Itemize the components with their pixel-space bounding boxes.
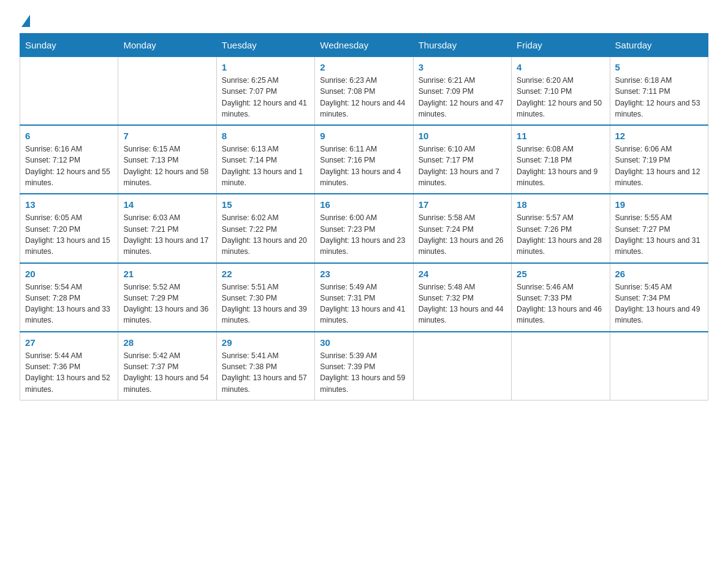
weekday-header-tuesday: Tuesday: [216, 34, 314, 57]
day-number: 5: [615, 62, 703, 72]
weekday-header-monday: Monday: [118, 34, 216, 57]
calendar-cell: 14Sunrise: 6:03 AMSunset: 7:21 PMDayligh…: [118, 194, 216, 262]
day-number: 29: [222, 337, 309, 348]
day-info: Sunrise: 5:51 AMSunset: 7:30 PMDaylight:…: [222, 282, 309, 326]
calendar-cell: 15Sunrise: 6:02 AMSunset: 7:22 PMDayligh…: [216, 194, 314, 262]
day-info: Sunrise: 6:05 AMSunset: 7:20 PMDaylight:…: [25, 212, 113, 257]
calendar-cell: 3Sunrise: 6:21 AMSunset: 7:09 PMDaylight…: [413, 57, 511, 126]
weekday-header-sunday: Sunday: [20, 34, 118, 57]
day-number: 26: [615, 269, 703, 279]
calendar-cell: 12Sunrise: 6:06 AMSunset: 7:19 PMDayligh…: [610, 125, 708, 194]
day-number: 23: [320, 269, 408, 279]
day-number: 8: [222, 131, 309, 141]
calendar-cell: [413, 332, 511, 400]
day-number: 10: [419, 131, 506, 141]
weekday-header-friday: Friday: [512, 34, 610, 57]
calendar-cell: 16Sunrise: 6:00 AMSunset: 7:23 PMDayligh…: [315, 194, 413, 262]
day-info: Sunrise: 6:20 AMSunset: 7:10 PMDaylight:…: [517, 75, 604, 120]
day-info: Sunrise: 5:57 AMSunset: 7:26 PMDaylight:…: [517, 212, 604, 257]
day-number: 16: [320, 199, 408, 210]
day-number: 28: [123, 337, 211, 348]
calendar-week-row: 20Sunrise: 5:54 AMSunset: 7:28 PMDayligh…: [20, 263, 708, 332]
weekday-header-row: SundayMondayTuesdayWednesdayThursdayFrid…: [20, 34, 708, 57]
calendar-cell: 8Sunrise: 6:13 AMSunset: 7:14 PMDaylight…: [216, 125, 314, 194]
day-info: Sunrise: 5:54 AMSunset: 7:28 PMDaylight:…: [25, 282, 113, 326]
calendar-cell: 10Sunrise: 6:10 AMSunset: 7:17 PMDayligh…: [413, 125, 511, 194]
calendar-cell: 30Sunrise: 5:39 AMSunset: 7:39 PMDayligh…: [315, 332, 413, 400]
day-info: Sunrise: 6:10 AMSunset: 7:17 PMDaylight:…: [419, 144, 506, 188]
day-number: 18: [517, 199, 604, 210]
day-number: 12: [615, 131, 703, 141]
day-number: 27: [25, 337, 113, 348]
calendar-cell: [512, 332, 610, 400]
day-number: 14: [123, 199, 211, 210]
calendar-cell: 18Sunrise: 5:57 AMSunset: 7:26 PMDayligh…: [512, 194, 610, 262]
calendar-cell: 24Sunrise: 5:48 AMSunset: 7:32 PMDayligh…: [413, 263, 511, 332]
day-info: Sunrise: 5:44 AMSunset: 7:36 PMDaylight:…: [25, 350, 113, 395]
day-info: Sunrise: 6:16 AMSunset: 7:12 PMDaylight:…: [25, 144, 113, 188]
day-info: Sunrise: 6:23 AMSunset: 7:08 PMDaylight:…: [320, 75, 408, 120]
day-info: Sunrise: 6:21 AMSunset: 7:09 PMDaylight:…: [419, 75, 506, 120]
day-number: 19: [615, 199, 703, 210]
calendar-week-row: 6Sunrise: 6:16 AMSunset: 7:12 PMDaylight…: [20, 125, 708, 194]
calendar-cell: 2Sunrise: 6:23 AMSunset: 7:08 PMDaylight…: [315, 57, 413, 126]
calendar-cell: 22Sunrise: 5:51 AMSunset: 7:30 PMDayligh…: [216, 263, 314, 332]
calendar-cell: 23Sunrise: 5:49 AMSunset: 7:31 PMDayligh…: [315, 263, 413, 332]
day-info: Sunrise: 6:25 AMSunset: 7:07 PMDaylight:…: [222, 75, 309, 120]
calendar-cell: 21Sunrise: 5:52 AMSunset: 7:29 PMDayligh…: [118, 263, 216, 332]
day-number: 9: [320, 131, 408, 141]
calendar-cell: 4Sunrise: 6:20 AMSunset: 7:10 PMDaylight…: [512, 57, 610, 126]
day-info: Sunrise: 5:49 AMSunset: 7:31 PMDaylight:…: [320, 282, 408, 326]
calendar-cell: 26Sunrise: 5:45 AMSunset: 7:34 PMDayligh…: [610, 263, 708, 332]
calendar-cell: 20Sunrise: 5:54 AMSunset: 7:28 PMDayligh…: [20, 263, 118, 332]
calendar-cell: 9Sunrise: 6:11 AMSunset: 7:16 PMDaylight…: [315, 125, 413, 194]
day-info: Sunrise: 6:08 AMSunset: 7:18 PMDaylight:…: [517, 144, 604, 188]
calendar-cell: [118, 57, 216, 126]
day-number: 21: [123, 269, 211, 279]
day-info: Sunrise: 5:41 AMSunset: 7:38 PMDaylight:…: [222, 350, 309, 395]
calendar-cell: [20, 57, 118, 126]
day-info: Sunrise: 6:11 AMSunset: 7:16 PMDaylight:…: [320, 144, 408, 188]
day-number: 17: [419, 199, 506, 210]
day-number: 30: [320, 337, 408, 348]
day-info: Sunrise: 6:15 AMSunset: 7:13 PMDaylight:…: [123, 144, 211, 188]
weekday-header-wednesday: Wednesday: [315, 34, 413, 57]
day-info: Sunrise: 6:03 AMSunset: 7:21 PMDaylight:…: [123, 212, 211, 257]
calendar-cell: 7Sunrise: 6:15 AMSunset: 7:13 PMDaylight…: [118, 125, 216, 194]
day-number: 22: [222, 269, 309, 279]
day-info: Sunrise: 6:02 AMSunset: 7:22 PMDaylight:…: [222, 212, 309, 257]
day-info: Sunrise: 6:13 AMSunset: 7:14 PMDaylight:…: [222, 144, 309, 188]
day-info: Sunrise: 5:48 AMSunset: 7:32 PMDaylight:…: [419, 282, 506, 326]
calendar-cell: 25Sunrise: 5:46 AMSunset: 7:33 PMDayligh…: [512, 263, 610, 332]
calendar-week-row: 1Sunrise: 6:25 AMSunset: 7:07 PMDaylight…: [20, 57, 708, 126]
calendar-cell: 27Sunrise: 5:44 AMSunset: 7:36 PMDayligh…: [20, 332, 118, 400]
calendar-cell: 28Sunrise: 5:42 AMSunset: 7:37 PMDayligh…: [118, 332, 216, 400]
day-info: Sunrise: 6:18 AMSunset: 7:11 PMDaylight:…: [615, 75, 703, 120]
day-info: Sunrise: 5:58 AMSunset: 7:24 PMDaylight:…: [419, 212, 506, 257]
day-number: 24: [419, 269, 506, 279]
weekday-header-thursday: Thursday: [413, 34, 511, 57]
day-info: Sunrise: 5:55 AMSunset: 7:27 PMDaylight:…: [615, 212, 703, 257]
day-info: Sunrise: 5:52 AMSunset: 7:29 PMDaylight:…: [123, 282, 211, 326]
calendar-cell: 5Sunrise: 6:18 AMSunset: 7:11 PMDaylight…: [610, 57, 708, 126]
day-number: 7: [123, 131, 211, 141]
day-info: Sunrise: 5:42 AMSunset: 7:37 PMDaylight:…: [123, 350, 211, 395]
day-info: Sunrise: 5:46 AMSunset: 7:33 PMDaylight:…: [517, 282, 604, 326]
day-info: Sunrise: 6:00 AMSunset: 7:23 PMDaylight:…: [320, 212, 408, 257]
day-info: Sunrise: 5:39 AMSunset: 7:39 PMDaylight:…: [320, 350, 408, 395]
calendar-cell: 1Sunrise: 6:25 AMSunset: 7:07 PMDaylight…: [216, 57, 314, 126]
day-number: 15: [222, 199, 309, 210]
day-number: 20: [25, 269, 113, 279]
day-number: 3: [419, 62, 506, 72]
calendar-week-row: 27Sunrise: 5:44 AMSunset: 7:36 PMDayligh…: [20, 332, 708, 400]
day-number: 6: [25, 131, 113, 141]
calendar-cell: 29Sunrise: 5:41 AMSunset: 7:38 PMDayligh…: [216, 332, 314, 400]
calendar-table: SundayMondayTuesdayWednesdayThursdayFrid…: [20, 33, 708, 400]
day-info: Sunrise: 5:45 AMSunset: 7:34 PMDaylight:…: [615, 282, 703, 326]
calendar-cell: 13Sunrise: 6:05 AMSunset: 7:20 PMDayligh…: [20, 194, 118, 262]
day-number: 2: [320, 62, 408, 72]
day-number: 4: [517, 62, 604, 72]
day-number: 1: [222, 62, 309, 72]
calendar-cell: [610, 332, 708, 400]
page-header: [20, 15, 708, 23]
